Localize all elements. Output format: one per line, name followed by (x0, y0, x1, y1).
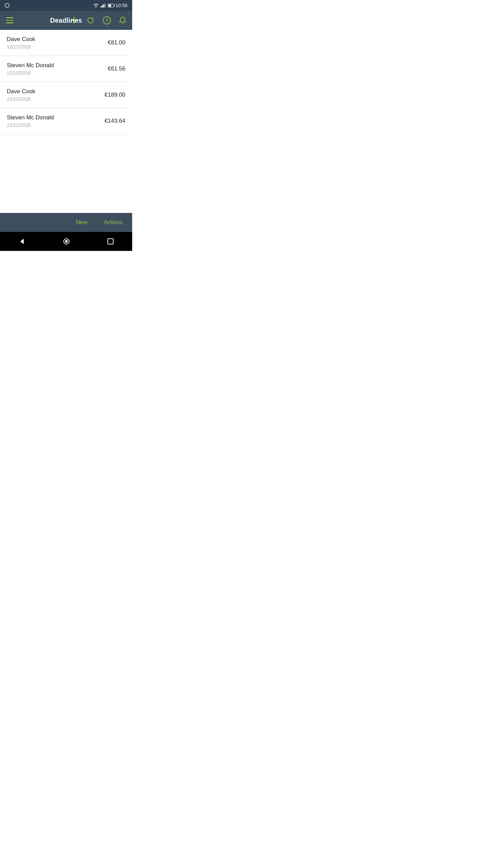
recent-icon (107, 238, 114, 244)
help-button[interactable]: ? (101, 15, 113, 26)
refresh-icon (86, 16, 95, 25)
item-name: Steven Mc Donald (7, 62, 54, 69)
item-date: 22/12/2018 (7, 122, 54, 128)
notifications-button[interactable] (117, 15, 128, 26)
battery-icon (108, 4, 114, 7)
svg-rect-3 (103, 4, 104, 7)
item-details: Steven Mc Donald 22/12/2018 (7, 114, 54, 128)
back-icon (19, 238, 25, 245)
item-name: Dave Cook (7, 36, 35, 43)
item-details: Dave Cook 22/12/2018 (7, 88, 35, 102)
recent-nav-button[interactable] (101, 236, 120, 247)
circle-icon (5, 3, 9, 8)
item-name: Steven Mc Donald (7, 114, 54, 121)
list-item[interactable]: Dave Cook 12/12/2018 €81.00 (0, 30, 132, 56)
wifi-icon (93, 3, 99, 8)
item-date: 22/12/2018 (7, 96, 35, 102)
help-icon: ? (102, 16, 111, 25)
item-date: 12/12/2018 (7, 70, 54, 76)
signal-icon (101, 3, 106, 7)
list-item[interactable]: Dave Cook 22/12/2018 €189.00 (0, 82, 132, 108)
item-amount: €61.56 (108, 65, 125, 72)
back-nav-button[interactable] (12, 235, 32, 248)
svg-point-11 (65, 240, 68, 243)
status-bar-right: 10:56 (93, 3, 127, 8)
item-name: Dave Cook (7, 88, 35, 95)
svg-rect-4 (105, 3, 106, 7)
svg-point-0 (5, 3, 9, 7)
svg-rect-12 (108, 239, 113, 244)
deadlines-list: Dave Cook 12/12/2018 €81.00 Steven Mc Do… (0, 30, 132, 213)
new-button[interactable]: New (73, 218, 90, 227)
list-item[interactable]: Steven Mc Donald 22/12/2018 €143.64 (0, 108, 132, 134)
item-details: Steven Mc Donald 12/12/2018 (7, 62, 54, 76)
item-date: 12/12/2018 (7, 44, 35, 50)
item-amount: €143.64 (105, 118, 125, 124)
item-amount: €189.00 (105, 92, 125, 98)
navigation-bar (0, 232, 132, 251)
page-title: Deadlines (50, 17, 82, 24)
bottom-bar: New Actions (0, 213, 132, 232)
status-bar-left (5, 3, 9, 8)
refresh-button[interactable] (85, 15, 96, 26)
toolbar: Deadlines ? (0, 11, 132, 30)
home-icon (63, 238, 70, 245)
status-bar: 10:56 (0, 0, 132, 11)
svg-rect-2 (102, 5, 103, 7)
home-nav-button[interactable] (56, 235, 77, 248)
actions-button[interactable]: Actions (101, 218, 125, 227)
menu-button[interactable] (4, 15, 16, 25)
svg-rect-1 (101, 6, 102, 7)
svg-text:?: ? (105, 18, 108, 23)
item-details: Dave Cook 12/12/2018 (7, 36, 35, 50)
item-amount: €81.00 (108, 39, 125, 46)
svg-marker-9 (20, 239, 24, 244)
status-time: 10:56 (116, 3, 127, 8)
bell-icon (119, 16, 127, 24)
list-item[interactable]: Steven Mc Donald 12/12/2018 €61.56 (0, 56, 132, 82)
